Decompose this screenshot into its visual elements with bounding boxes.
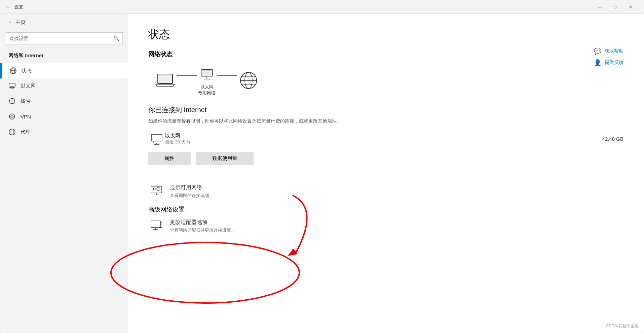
router-label: 以太网专用网络	[198, 84, 216, 96]
svg-point-34	[153, 188, 155, 190]
dialup-icon	[8, 97, 16, 105]
action-buttons: 属性 数据使用量	[148, 152, 623, 165]
get-help-icon: 💬	[594, 47, 601, 55]
search-icon: 🔍	[113, 36, 119, 41]
svg-rect-26	[151, 134, 162, 141]
proxy-icon	[8, 128, 16, 136]
adapter-options-text: 更改适配器选项 查看网络适配器并更改连接设置。	[170, 219, 235, 233]
adapter-options-title: 更改适配器选项	[170, 219, 235, 226]
get-help-link[interactable]: 💬 获取帮助	[594, 47, 623, 55]
show-networks-title: 显示可用网络	[170, 184, 214, 191]
sidebar-item-proxy-label: 代理	[21, 129, 31, 135]
watermark: CSDN @丝为尘埃	[606, 323, 639, 329]
help-panel: 💬 获取帮助 👤 提供反馈	[594, 47, 623, 66]
feedback-label: 提供反馈	[605, 60, 623, 66]
svg-point-35	[157, 187, 160, 191]
back-button[interactable]: ←	[6, 4, 10, 10]
show-networks-icon	[148, 184, 164, 196]
svg-rect-16	[159, 75, 171, 82]
search-box[interactable]: 🔍	[6, 32, 123, 44]
sidebar-item-ethernet-label: 以太网	[21, 83, 36, 89]
home-label: 主页	[15, 19, 26, 26]
maximize-button[interactable]: □	[607, 0, 623, 14]
sidebar-section-title: 网络和 Internet	[0, 50, 128, 63]
properties-button[interactable]: 属性	[148, 152, 191, 165]
title-bar: ← 设置 — □ ✕	[0, 0, 644, 14]
ethernet-row-icon	[148, 133, 165, 145]
ethernet-row-info: 以太网 最近 30 天内	[165, 133, 602, 145]
network-status-title: 网络状态	[148, 50, 623, 58]
svg-rect-20	[204, 79, 210, 80]
status-icon	[9, 67, 17, 74]
laptop-icon	[155, 72, 175, 89]
globe-icon	[238, 70, 259, 91]
laptop-icon-box	[155, 72, 175, 89]
sidebar-item-proxy[interactable]: 代理	[0, 124, 128, 140]
svg-point-12	[11, 129, 13, 135]
minimize-button[interactable]: —	[592, 0, 607, 14]
sidebar-item-dialup-label: 拨号	[21, 98, 31, 104]
connected-title: 你已连接到 Internet	[148, 105, 623, 114]
feedback-link[interactable]: 👤 提供反馈	[594, 59, 623, 66]
advanced-section-title: 高级网络设置	[148, 205, 623, 213]
window-title: 设置	[14, 4, 23, 10]
network-diagram: 以太网专用网络	[155, 65, 623, 96]
adapter-options-sub: 查看网络适配器并更改连接设置。	[170, 227, 235, 233]
content-area: 状态 网络状态	[128, 14, 644, 333]
router-icon	[198, 65, 215, 82]
ethernet-name: 以太网	[165, 133, 602, 139]
svg-rect-27	[153, 141, 160, 143]
window-controls: — □ ✕	[592, 0, 638, 14]
page-title: 状态	[148, 27, 623, 42]
ethernet-size: 42.48 GB	[602, 136, 623, 142]
show-networks-sub: 查看周围的连接选项。	[170, 193, 214, 199]
sidebar-home[interactable]: ⌂ 主页	[0, 14, 128, 31]
ethernet-icon	[8, 82, 16, 89]
search-input[interactable]	[9, 36, 113, 41]
adapter-options-item[interactable]: 更改适配器选项 查看网络适配器并更改连接设置。	[148, 219, 623, 233]
svg-rect-18	[203, 71, 211, 75]
ethernet-row: 以太网 最近 30 天内 42.48 GB	[148, 133, 623, 145]
sidebar-item-vpn[interactable]: VPN	[0, 109, 128, 124]
svg-point-11	[9, 129, 15, 135]
adapter-options-icon	[148, 219, 164, 231]
sidebar-item-ethernet[interactable]: 以太网	[0, 78, 128, 93]
line-2	[217, 75, 237, 76]
sidebar: ⌂ 主页 🔍 网络和 Internet 状态	[0, 14, 128, 333]
show-networks-item[interactable]: 显示可用网络 查看周围的连接选项。	[148, 184, 623, 199]
line-1	[177, 75, 197, 76]
show-networks-text: 显示可用网络 查看周围的连接选项。	[170, 184, 214, 199]
sidebar-item-dialup[interactable]: 拨号	[0, 93, 128, 109]
status-connected: 你已连接到 Internet 如果你的流量套餐有限制，则你可以将此网络设置为按流…	[148, 105, 623, 125]
sidebar-item-status-label: 状态	[22, 68, 32, 74]
ethernet-sub: 最近 30 天内	[165, 139, 602, 145]
home-icon: ⌂	[8, 20, 11, 25]
data-usage-button[interactable]: 数据使用量	[196, 152, 254, 165]
globe-icon-box	[238, 70, 259, 91]
router-icon-box: 以太网专用网络	[198, 65, 216, 96]
vpn-icon	[8, 113, 16, 120]
feedback-icon: 👤	[594, 59, 601, 66]
connected-desc: 如果你的流量套餐有限制，则你可以将此网络设置为按流量计费的连接，或者更改其他属性…	[148, 117, 377, 125]
sidebar-item-status[interactable]: 状态	[0, 63, 128, 78]
svg-rect-36	[151, 221, 160, 228]
close-button[interactable]: ✕	[623, 0, 638, 14]
get-help-label: 获取帮助	[605, 48, 623, 54]
divider-1	[148, 176, 623, 176]
sidebar-item-vpn-label: VPN	[21, 114, 31, 120]
